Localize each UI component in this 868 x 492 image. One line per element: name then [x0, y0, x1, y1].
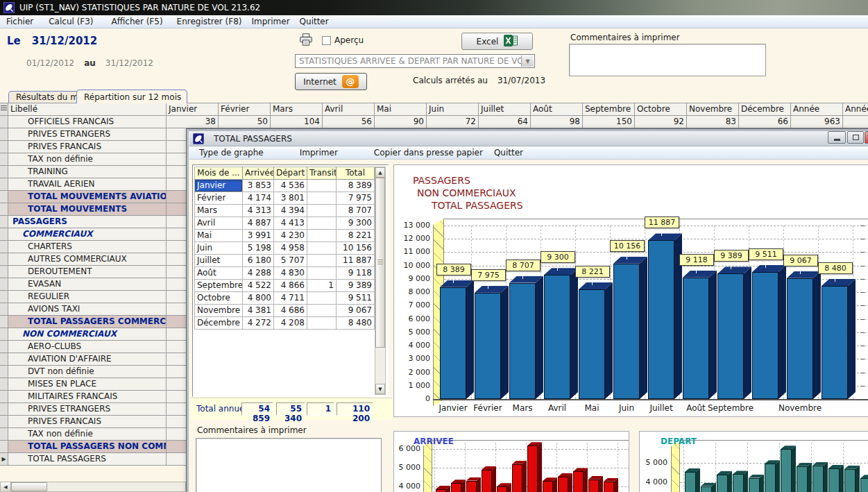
- row-label: NON COMMERCIAUX: [8, 328, 167, 340]
- main-menu-item-0[interactable]: Fichier: [6, 17, 33, 26]
- y-axis-label: 10 000: [400, 261, 430, 270]
- table-row[interactable]: Septembre4 5224 86619 389: [195, 280, 375, 292]
- tab-repartition-12-mois[interactable]: Répartition sur 12 mois: [76, 90, 187, 103]
- row-label: PRIVES ETRANGERS: [8, 128, 167, 140]
- scrollbar-thumb[interactable]: [11, 482, 47, 491]
- bar: [717, 471, 732, 492]
- bar-value-label: 8 221: [575, 266, 610, 278]
- axis-tick: [860, 292, 865, 293]
- bar-value-label: 9 300: [541, 251, 575, 263]
- bar-label-tick: [661, 229, 662, 236]
- scrollbar-thumb[interactable]: [375, 178, 385, 348]
- vertical-scrollbar[interactable]: ▲ ▼: [375, 167, 386, 395]
- cell: 4 381: [243, 305, 274, 317]
- horizontal-scrollbar[interactable]: ◀: [0, 482, 186, 492]
- internet-button[interactable]: Internet @: [295, 73, 367, 90]
- main-menu-item-4[interactable]: Imprimer: [251, 17, 289, 26]
- child-menu-item-1[interactable]: Imprimer: [300, 148, 338, 158]
- cell: 150: [583, 116, 635, 128]
- depart-chart-title: DEPART: [661, 436, 697, 446]
- row-label: TRAINING: [8, 166, 167, 178]
- minimize-button[interactable]: [828, 131, 846, 144]
- row-label: PASSAGERS: [8, 216, 167, 228]
- cell: Juin: [195, 242, 243, 255]
- apercu-checkbox[interactable]: [322, 36, 331, 45]
- bar: [733, 470, 748, 492]
- main-menu-item-2[interactable]: Afficher (F5): [112, 17, 163, 26]
- table-row[interactable]: Juin5 1984 95810 156: [195, 242, 375, 255]
- table-row[interactable]: Novembre4 3814 6869 067: [195, 305, 375, 317]
- table-row[interactable]: Mai3 9914 2308 221: [195, 230, 375, 242]
- chart-wall: [671, 440, 680, 492]
- comments-input-child[interactable]: [196, 438, 382, 492]
- axis-tick: [860, 266, 865, 266]
- bar-front: [512, 464, 522, 492]
- bar: [685, 468, 700, 492]
- row-selector: [0, 353, 8, 365]
- child-menubar: Type de grapheImprimerCopier dans presse…: [189, 146, 868, 160]
- row-selector: [0, 153, 8, 165]
- row-selector: [0, 203, 8, 215]
- calc-stop-date: Calculs arrétés au 31/07/2013: [413, 76, 545, 85]
- cell: 90: [375, 116, 427, 128]
- main-menu-item-3[interactable]: Enregistrer (F8): [177, 17, 242, 26]
- cell: 9 300: [337, 217, 375, 230]
- table-row[interactable]: OFFICIELS FRANCAIS3850104569072649815092…: [0, 116, 868, 128]
- total-depart: 55 340: [276, 402, 305, 416]
- calc-date: 31/07/2013: [497, 76, 545, 85]
- axis-tick: [860, 252, 865, 253]
- table-row[interactable]: Avril4 8874 4139 300: [195, 217, 375, 230]
- bar: [497, 483, 511, 492]
- bar-value-label: 11 887: [645, 217, 679, 228]
- print-icon[interactable]: [298, 32, 314, 49]
- bar: [683, 271, 717, 399]
- y-axis-label: 5 000: [641, 458, 667, 467]
- close-button[interactable]: [865, 131, 868, 144]
- total-passagers-window: TOTAL PASSAGERS Type de grapheImprimerCo…: [186, 128, 868, 492]
- cell: [307, 255, 337, 267]
- main-menu-item-1[interactable]: Calcul (F3): [49, 17, 93, 26]
- bar-front: [685, 472, 696, 492]
- table-row[interactable]: Juillet6 1805 70711 887: [195, 255, 375, 267]
- table-row[interactable]: Août4 2884 8309 118: [195, 267, 375, 280]
- cell: 4 800: [243, 292, 274, 305]
- report-type-select[interactable]: STATISTIQUES ARRIVEE & DEPART PAR NATURE…: [295, 54, 535, 68]
- table-row[interactable]: Février4 1743 8017 975: [195, 192, 375, 205]
- table-row[interactable]: Mars4 3134 3948 707: [195, 205, 375, 217]
- cell: 66: [739, 116, 791, 128]
- app-icon: [3, 2, 15, 13]
- excel-button[interactable]: Excel: [461, 33, 533, 50]
- scroll-down-icon[interactable]: ▼: [375, 384, 385, 394]
- column-header: Août: [531, 103, 583, 115]
- table-row[interactable]: Janvier3 8534 5368 389: [195, 180, 375, 192]
- scroll-left-icon[interactable]: ◀: [1, 482, 11, 491]
- bar-label-tick: [627, 253, 627, 260]
- bar-front: [860, 478, 868, 492]
- bar-side: [466, 280, 474, 399]
- main-menu-item-5[interactable]: Quitter: [300, 17, 329, 26]
- bar: [509, 276, 543, 399]
- comments-input-main[interactable]: [569, 44, 766, 76]
- bar-side: [492, 466, 496, 492]
- axis-tick: [860, 239, 865, 239]
- chevron-down-icon[interactable]: ▼: [521, 56, 534, 67]
- child-menu-item-3[interactable]: Quitter: [494, 148, 523, 158]
- maximize-icon: [853, 135, 859, 140]
- bar-side: [522, 461, 527, 492]
- cell: [307, 230, 337, 242]
- column-header: Octobre: [635, 103, 687, 115]
- child-menu-item-2[interactable]: Copier dans presse papier: [374, 148, 483, 158]
- apercu-option[interactable]: Aperçu: [322, 35, 364, 45]
- row-selector: [0, 291, 8, 303]
- row-label: OFFICIELS FRANCAIS: [8, 116, 167, 128]
- gridline: [683, 443, 684, 492]
- scroll-up-icon[interactable]: ▲: [375, 167, 385, 178]
- maximize-button[interactable]: [847, 131, 864, 144]
- row-label: DEROUTEMENT: [8, 266, 167, 278]
- cell: [307, 192, 337, 205]
- screen: UIP (ST1_NAV) STATISTIQUES PAR NATURE DE…: [0, 0, 868, 492]
- child-menu-item-0[interactable]: Type de graphe: [199, 148, 264, 158]
- table-row[interactable]: Décembre4 2724 2088 480: [195, 317, 375, 330]
- table-row[interactable]: Octobre4 8004 7119 511: [195, 292, 375, 305]
- cell: 8 480: [337, 317, 375, 330]
